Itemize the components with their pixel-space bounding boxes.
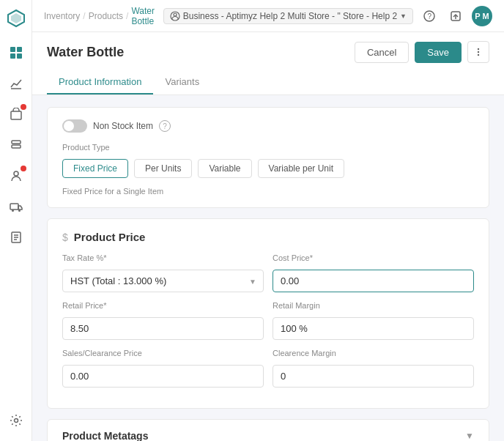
main-area: Inventory / Products / Water Bottle Busi…	[32, 0, 504, 441]
users-badge	[21, 166, 26, 171]
export-button[interactable]	[445, 6, 466, 26]
retail-margin-label: Retail Margin	[273, 301, 474, 310]
breadcrumb: Inventory / Products / Water Bottle	[44, 6, 159, 26]
price-row-3: Sales/Clearance Price Clearence Margin	[62, 349, 474, 388]
product-type-buttons: Fixed Price Per Units Variable Variable …	[62, 159, 474, 178]
breadcrumb-sep-1: /	[83, 11, 85, 21]
product-metatags-title: Product Metatags	[62, 430, 148, 441]
svg-point-20	[174, 13, 177, 16]
tax-rate-field: Tax Rate %* HST (Total : 13.000 %)GST (T…	[62, 253, 264, 292]
svg-point-25	[478, 48, 479, 50]
user-circle-icon	[170, 11, 180, 21]
non-stock-row: Non Stock Item ?	[62, 119, 474, 133]
inventory-badge	[21, 104, 26, 110]
svg-point-27	[478, 54, 479, 56]
svg-text:?: ?	[428, 12, 432, 21]
non-stock-info-icon[interactable]: ?	[159, 120, 171, 132]
page-header: Water Bottle Cancel Save	[32, 32, 504, 95]
more-options-button[interactable]	[467, 41, 489, 63]
svg-point-26	[478, 51, 479, 53]
sales-clearance-price-input[interactable]	[62, 365, 264, 388]
product-type-field: Product Type Fixed Price Per Units Varia…	[62, 143, 474, 196]
sales-clearance-price-label: Sales/Clearance Price	[62, 349, 264, 357]
product-metatags-section: Product Metatags ▼	[47, 419, 489, 441]
tax-rate-select[interactable]: HST (Total : 13.000 %)GST (Total : 5.000…	[62, 270, 264, 292]
content-area: Water Bottle Cancel Save	[32, 32, 504, 441]
sidebar-item-layers[interactable]	[3, 132, 29, 158]
svg-marker-1	[11, 13, 21, 23]
business-selector[interactable]: Business - Aptimyz Help 2 Multi Store - …	[163, 8, 413, 24]
svg-rect-9	[12, 145, 21, 148]
type-btn-variable[interactable]: Variable	[198, 159, 251, 178]
non-stock-toggle[interactable]	[62, 119, 87, 133]
type-btn-fixed-price[interactable]: Fixed Price	[62, 159, 128, 178]
page-title-row: Water Bottle Cancel Save	[47, 41, 489, 63]
help-icon: ?	[423, 10, 435, 22]
breadcrumb-inventory[interactable]: Inventory	[44, 11, 80, 21]
fixed-price-note: Fixed Price for a Single Item	[62, 187, 474, 196]
cost-price-input[interactable]	[273, 270, 474, 292]
product-price-title: Product Price	[74, 231, 146, 243]
svg-point-18	[14, 419, 18, 423]
breadcrumb-current: Water Bottle	[131, 6, 158, 26]
type-btn-variable-per-unit[interactable]: Variable per Unit	[258, 159, 345, 178]
topnav: Inventory / Products / Water Bottle Busi…	[32, 0, 504, 32]
tab-variants[interactable]: Variants	[153, 70, 211, 94]
clearance-margin-field: Clearence Margin	[273, 349, 474, 388]
business-dropdown-icon: ▼	[400, 12, 407, 20]
retail-price-field: Retail Price*	[62, 301, 264, 340]
save-button[interactable]: Save	[415, 42, 462, 63]
svg-rect-11	[10, 204, 18, 210]
svg-point-12	[12, 210, 14, 212]
price-row-2: Retail Price* Retail Margin	[62, 301, 474, 340]
product-price-section: $ Product Price Tax Rate %* HST (Total :…	[47, 218, 489, 409]
sidebar-item-truck[interactable]	[3, 193, 29, 220]
toggle-knob	[64, 121, 74, 131]
product-type-label: Product Type	[62, 143, 474, 152]
breadcrumb-products[interactable]: Products	[89, 11, 123, 21]
sidebar-item-inventory[interactable]	[3, 101, 29, 127]
sidebar	[0, 0, 32, 441]
sidebar-item-analytics[interactable]	[3, 70, 29, 97]
sidebar-item-grid[interactable]	[3, 40, 29, 66]
clearance-margin-input[interactable]	[273, 365, 474, 388]
sidebar-item-orders[interactable]	[3, 224, 29, 251]
product-metatags-header[interactable]: Product Metatags ▼	[48, 420, 489, 441]
price-row-1: Tax Rate %* HST (Total : 13.000 %)GST (T…	[62, 253, 474, 292]
svg-rect-4	[10, 53, 15, 59]
page-body: Non Stock Item ? Product Type Fixed Pric…	[32, 95, 504, 441]
cancel-button[interactable]: Cancel	[355, 42, 409, 63]
retail-price-input[interactable]	[62, 317, 264, 340]
tabs: Product Information Variants	[47, 70, 489, 94]
svg-rect-3	[17, 47, 22, 52]
header-actions: Cancel Save	[355, 41, 489, 63]
svg-rect-5	[17, 53, 22, 59]
dots-icon	[473, 47, 483, 57]
sidebar-logo[interactable]	[5, 7, 27, 29]
page-title: Water Bottle	[47, 45, 124, 60]
svg-point-13	[18, 210, 21, 212]
export-icon	[450, 10, 462, 22]
help-button[interactable]: ?	[419, 6, 440, 26]
svg-point-10	[14, 171, 18, 176]
non-stock-label: Non Stock Item	[93, 121, 153, 131]
topnav-right: Business - Aptimyz Help 2 Multi Store - …	[163, 6, 492, 26]
breadcrumb-sep-2: /	[126, 11, 128, 21]
product-type-section: Non Stock Item ? Product Type Fixed Pric…	[47, 107, 489, 208]
svg-rect-2	[10, 47, 15, 52]
type-btn-per-units[interactable]: Per Units	[134, 159, 192, 178]
product-price-header: $ Product Price	[62, 231, 474, 243]
metatags-chevron-icon: ▼	[465, 431, 474, 441]
tab-product-information[interactable]: Product Information	[47, 70, 153, 94]
sidebar-item-users[interactable]	[3, 163, 29, 189]
clearance-margin-label: Clearence Margin	[273, 349, 474, 357]
tax-rate-select-wrapper: HST (Total : 13.000 %)GST (Total : 5.000…	[62, 270, 264, 292]
sidebar-item-settings[interactable]	[3, 407, 29, 434]
svg-rect-7	[11, 111, 21, 119]
cost-price-label: Cost Price*	[273, 253, 474, 262]
retail-price-label: Retail Price*	[62, 301, 264, 310]
tax-rate-label: Tax Rate %*	[62, 253, 264, 262]
dollar-icon: $	[62, 231, 68, 243]
avatar[interactable]: P M	[472, 6, 492, 26]
retail-margin-input[interactable]	[273, 317, 474, 340]
